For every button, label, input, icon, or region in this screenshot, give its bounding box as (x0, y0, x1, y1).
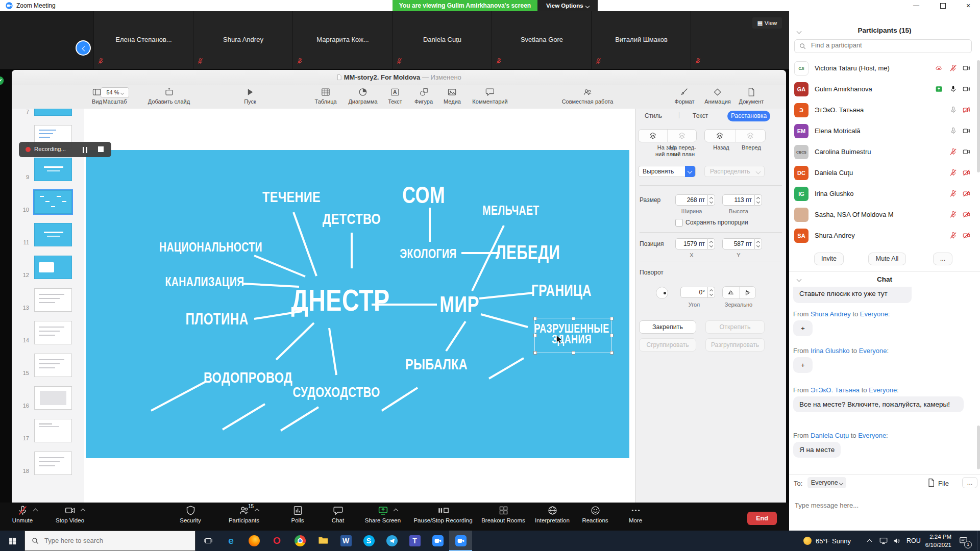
tab-style[interactable]: Стиль (645, 112, 662, 119)
slide-thumbnail-16[interactable] (34, 386, 72, 410)
taskbar-app-firefox[interactable] (242, 531, 265, 551)
angle-stepper[interactable] (708, 287, 715, 298)
flip-horizontal-button[interactable] (723, 287, 739, 298)
language-indicator[interactable]: ROU (906, 537, 921, 544)
taskbar-app-zoom[interactable] (426, 531, 449, 551)
selection-handle[interactable] (572, 317, 575, 320)
chat-more-button[interactable]: ... (962, 477, 977, 488)
align-chevron[interactable] (685, 166, 695, 177)
selection-handle[interactable] (572, 351, 575, 355)
distribute-dropdown[interactable]: Распределить (704, 166, 765, 177)
file-icon[interactable] (927, 478, 935, 487)
toolbar-item-table[interactable]: Таблица (314, 87, 336, 105)
forward-button[interactable] (735, 130, 766, 142)
toolbar-item-addslide[interactable]: Добавить слайд (148, 87, 190, 105)
taskbar-app-file-explorer[interactable] (311, 531, 334, 551)
keep-proportions-checkbox[interactable] (675, 219, 683, 227)
end-meeting-button[interactable]: End (747, 512, 777, 525)
slide-thumbnail-14[interactable] (34, 321, 72, 344)
taskbar-app-word[interactable]: W (334, 531, 357, 551)
video-tile[interactable]: Маргарита Кож... (292, 11, 393, 69)
toolbar-item-shape[interactable]: Фигура (414, 87, 433, 105)
unlock-button[interactable]: Открепить (705, 320, 765, 334)
view-layout-button[interactable]: ▦ View (752, 17, 782, 29)
taskbar-app-teams[interactable]: T (403, 531, 426, 551)
mindmap-word[interactable]: ВОДОПРОВОД (204, 370, 292, 385)
width-field[interactable]: 268 пт (675, 194, 708, 206)
participants-scrollbar[interactable] (977, 60, 980, 172)
align-dropdown[interactable]: Выровнять (638, 166, 696, 177)
toolbar-item-chart[interactable]: Диаграмма (348, 87, 377, 105)
taskbar-search-input[interactable] (43, 536, 188, 545)
participants-more-button[interactable]: ... (933, 253, 952, 265)
taskbar-app-skype[interactable]: S (357, 531, 380, 551)
y-stepper[interactable] (755, 238, 762, 249)
ungroup-button[interactable]: Разгруппировать (705, 338, 765, 352)
lock-button[interactable]: Закрепить (639, 320, 696, 334)
slide-thumbnail-18[interactable] (34, 452, 72, 475)
mindmap-word[interactable]: ПЛОТИНА (186, 312, 249, 327)
minimize-button[interactable]: — (904, 0, 928, 11)
invite-button[interactable]: Invite (814, 253, 844, 265)
toolbar-item-docpage[interactable]: Документ (739, 87, 764, 105)
selection-handle[interactable] (533, 317, 537, 320)
tray-overflow-icon[interactable] (867, 539, 872, 544)
network-icon[interactable] (879, 536, 888, 545)
participant-row[interactable]: Sasha, NSA Of Moldova M (789, 205, 980, 225)
view-options-button[interactable]: View Options (537, 0, 598, 11)
toolbar-item-zoomctl[interactable]: 54 % Масштаб (101, 87, 129, 105)
participant-row[interactable]: CBCSCarolina Buimestru (789, 142, 980, 162)
selection-handle[interactable] (610, 351, 614, 355)
participant-row[interactable]: EMElena Motricală (789, 121, 980, 141)
participant-search[interactable] (794, 39, 972, 53)
position-x-field[interactable]: 1579 пт (675, 238, 708, 249)
slide-thumbnail-7[interactable] (34, 109, 72, 116)
participant-row[interactable]: DCDaniela Cuţu (789, 163, 980, 183)
show-desktop-divider[interactable] (977, 531, 977, 551)
mindmap-word[interactable]: РЫБАЛКА (405, 357, 468, 371)
taskbar-search[interactable] (24, 531, 195, 551)
stop-recording-icon[interactable] (98, 146, 104, 152)
task-view-button[interactable] (197, 531, 219, 551)
collapse-strip-button[interactable] (76, 40, 91, 56)
participant-row[interactable]: SAShura Andrey (789, 226, 980, 246)
toolbar-item-collab[interactable]: Совместная работа (562, 87, 614, 105)
send-to-back-button[interactable] (639, 130, 667, 142)
video-tile[interactable]: Елена Степанов... (93, 11, 193, 69)
slide-thumbnail-17[interactable] (34, 419, 72, 442)
position-y-field[interactable]: 587 пт (722, 238, 755, 249)
height-field[interactable]: 113 пт (722, 194, 755, 206)
rotation-knob[interactable] (656, 287, 668, 299)
taskbar-app-chrome[interactable] (288, 531, 311, 551)
start-button[interactable] (0, 531, 24, 551)
stop-video-button[interactable]: Stop Video (29, 505, 111, 523)
video-tile[interactable]: Виталий Шмаков (591, 11, 691, 69)
width-stepper[interactable] (708, 194, 715, 206)
slide-thumbnail-13[interactable] (34, 288, 72, 312)
participant-row[interactable]: IGIrina Glushko (789, 184, 980, 204)
clock[interactable]: 2:24 PM 6/10/2021 (922, 533, 951, 549)
pause-recording-icon[interactable] (83, 146, 87, 155)
x-stepper[interactable] (708, 238, 715, 249)
mindmap-word[interactable]: НАЦИОНАЛЬНОСТИ (159, 241, 262, 253)
mindmap-word[interactable]: СОМ (402, 184, 445, 206)
chat-scrollbar[interactable] (977, 425, 980, 469)
toolbar-item-comment[interactable]: Комментарий (472, 87, 507, 105)
chat-input[interactable] (794, 501, 949, 510)
action-center-button[interactable]: 1 (959, 536, 968, 547)
tab-arrange[interactable]: Расстановка (727, 111, 770, 121)
taskbar-app-edge[interactable]: e (219, 531, 242, 551)
participant-row[interactable]: ЭЭтЭкО. Татьяна (789, 100, 980, 120)
selection-handle[interactable] (533, 334, 537, 337)
chevron-up-icon[interactable] (394, 509, 399, 514)
mute-all-button[interactable]: Mute All (868, 253, 906, 265)
close-button[interactable]: × (957, 0, 980, 11)
chat-recipient-dropdown[interactable]: Everyone (807, 477, 846, 488)
file-button[interactable]: File (938, 480, 949, 487)
mindmap-word[interactable]: ЛЕБЕДИ (496, 244, 560, 262)
slide-thumbnail-10[interactable] (34, 190, 72, 214)
tab-text[interactable]: Текст (693, 112, 708, 119)
mindmap-word[interactable]: КАНАЛИЗАЦИЯ (165, 276, 244, 288)
toolbar-item-diamond[interactable]: Анимация (704, 87, 731, 105)
weather-widget[interactable]: 65°F Sunny (803, 531, 851, 551)
